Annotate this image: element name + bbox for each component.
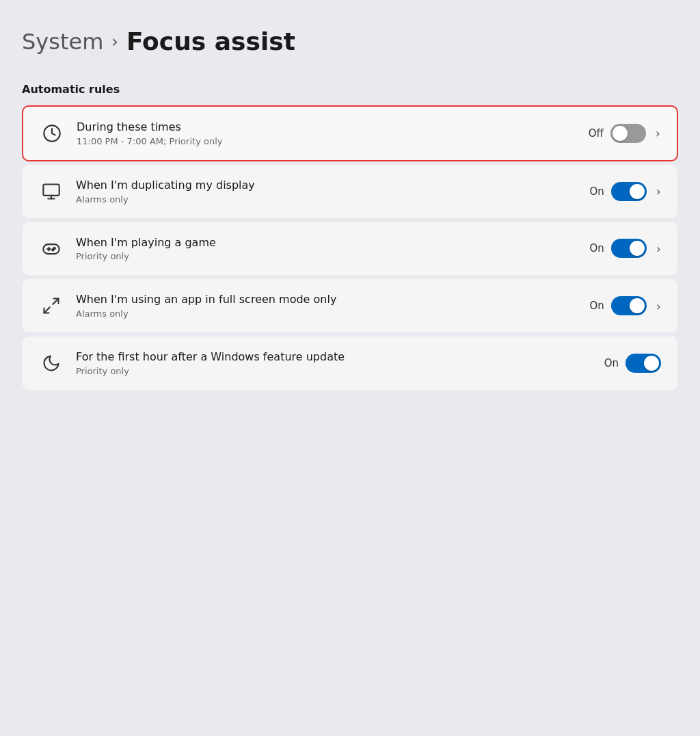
- toggle-feature-update[interactable]: [625, 354, 661, 373]
- svg-line-9: [53, 299, 58, 304]
- chevron-right-during-times: ›: [656, 126, 660, 140]
- rule-status-full-screen: On: [589, 300, 604, 312]
- toggle-knob-playing-game: [630, 241, 645, 256]
- toggle-full-screen[interactable]: [611, 296, 647, 315]
- rule-controls-duplicating-display: On ›: [589, 182, 661, 201]
- rule-title-playing-game: When I'm playing a game: [76, 236, 577, 250]
- chevron-right-duplicating-display: ›: [656, 184, 661, 198]
- toggle-knob-feature-update: [644, 356, 659, 371]
- rule-title-full-screen: When I'm using an app in full screen mod…: [76, 293, 577, 307]
- page-container: System › Focus assist Automatic rules Du…: [22, 27, 678, 391]
- rule-text-during-times: During these times 11:00 PM - 7:00 AM; P…: [77, 120, 576, 146]
- rule-title-feature-update: For the first hour after a Windows featu…: [76, 350, 592, 365]
- moon-icon: [39, 351, 64, 376]
- chevron-right-playing-game: ›: [656, 241, 661, 256]
- svg-point-8: [52, 250, 53, 251]
- fullscreen-icon: [39, 293, 64, 318]
- page-header: System › Focus assist: [22, 27, 678, 55]
- chevron-right-full-screen: ›: [656, 299, 661, 313]
- page-title: Focus assist: [126, 27, 295, 55]
- breadcrumb-chevron: ›: [111, 32, 118, 51]
- gamepad-icon: [39, 236, 64, 261]
- rule-controls-full-screen: On ›: [589, 296, 661, 315]
- toggle-during-times[interactable]: [610, 124, 646, 143]
- monitor-icon: [39, 179, 64, 204]
- automatic-rules-section: Automatic rules During these times 11:00…: [22, 83, 678, 391]
- rule-subtitle-during-times: 11:00 PM - 7:00 AM; Priority only: [77, 136, 576, 146]
- rule-controls-during-times: Off ›: [589, 124, 660, 143]
- svg-rect-4: [43, 245, 59, 254]
- clock-icon: [40, 121, 64, 146]
- svg-rect-1: [43, 184, 59, 195]
- rule-text-duplicating-display: When I'm duplicating my display Alarms o…: [76, 179, 577, 205]
- rule-status-duplicating-display: On: [589, 185, 604, 198]
- rule-subtitle-duplicating-display: Alarms only: [76, 194, 577, 205]
- rule-during-times[interactable]: During these times 11:00 PM - 7:00 AM; P…: [22, 105, 678, 161]
- system-label: System: [22, 29, 103, 55]
- rule-status-playing-game: On: [589, 242, 604, 254]
- rule-text-feature-update: For the first hour after a Windows featu…: [76, 350, 592, 376]
- toggle-knob-duplicating-display: [630, 184, 645, 199]
- rule-status-feature-update: On: [604, 357, 619, 369]
- rules-list: During these times 11:00 PM - 7:00 AM; P…: [22, 105, 678, 391]
- rule-playing-game[interactable]: When I'm playing a game Priority only On…: [22, 222, 678, 276]
- rule-title-during-times: During these times: [77, 120, 576, 135]
- rule-text-full-screen: When I'm using an app in full screen mod…: [76, 293, 577, 319]
- toggle-playing-game[interactable]: [611, 239, 647, 258]
- rule-subtitle-playing-game: Priority only: [76, 251, 577, 261]
- rule-subtitle-full-screen: Alarms only: [76, 308, 577, 319]
- rule-text-playing-game: When I'm playing a game Priority only: [76, 236, 577, 262]
- rule-title-duplicating-display: When I'm duplicating my display: [76, 179, 577, 193]
- rule-controls-feature-update: On: [604, 354, 661, 373]
- toggle-knob-during-times: [612, 126, 628, 141]
- rule-feature-update[interactable]: For the first hour after a Windows featu…: [22, 336, 678, 391]
- svg-line-10: [44, 308, 50, 313]
- rule-controls-playing-game: On ›: [589, 239, 661, 258]
- rule-full-screen[interactable]: When I'm using an app in full screen mod…: [22, 278, 678, 333]
- section-label: Automatic rules: [22, 83, 678, 96]
- toggle-knob-full-screen: [630, 298, 645, 313]
- rule-duplicating-display[interactable]: When I'm duplicating my display Alarms o…: [22, 164, 678, 219]
- rule-status-during-times: Off: [589, 127, 604, 140]
- rule-subtitle-feature-update: Priority only: [76, 366, 592, 376]
- toggle-duplicating-display[interactable]: [611, 182, 647, 201]
